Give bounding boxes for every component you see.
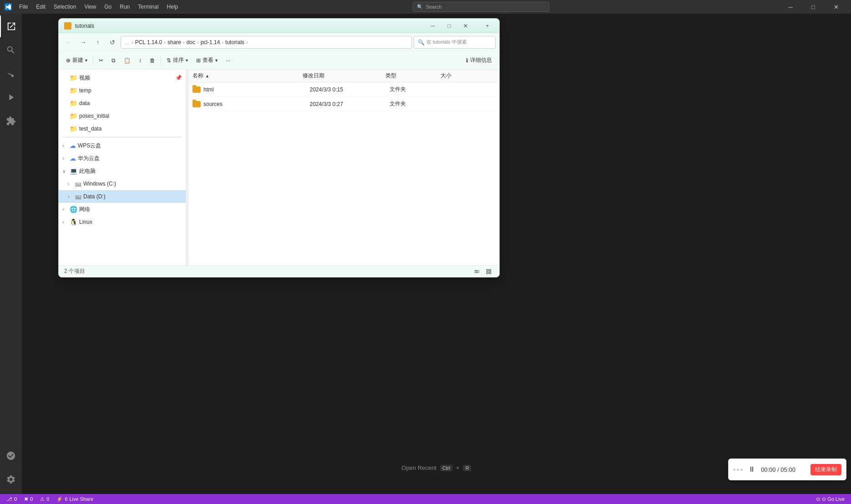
error-count: 0: [30, 496, 33, 502]
col-type-header[interactable]: 类型: [385, 72, 441, 80]
minimize-button[interactable]: ─: [780, 0, 801, 14]
errors-status[interactable]: ✖ 0: [21, 494, 35, 504]
menu-terminal[interactable]: Terminal: [134, 3, 162, 11]
folder-icon-testdata: 📁: [70, 125, 77, 132]
addr-sep-2: ›: [183, 40, 185, 45]
title-search-box[interactable]: 🔍 Search: [413, 2, 549, 12]
live-share-status[interactable]: ⚡ 6 Live Share: [54, 494, 96, 504]
activity-explorer[interactable]: [0, 15, 22, 37]
pause-button[interactable]: ⏸: [746, 464, 757, 475]
nav-item-testdata[interactable]: 📁 test_data: [59, 122, 186, 135]
addr-tutorials[interactable]: tutorials: [225, 39, 244, 45]
delete-button[interactable]: 🗑: [146, 54, 159, 67]
paste-button[interactable]: 📋: [120, 54, 134, 67]
nav-item-huawei[interactable]: › ☁ 华为云盘: [59, 152, 186, 165]
addr-doc[interactable]: doc: [187, 39, 195, 45]
source-control-status[interactable]: ⎇ 0: [4, 494, 20, 504]
warning-count: 0: [46, 496, 49, 502]
back-button[interactable]: ←: [62, 36, 75, 49]
activity-source-control[interactable]: [0, 63, 22, 85]
nav-item-wps[interactable]: › ☁ WPS云盘: [59, 139, 186, 152]
up-button[interactable]: ↑: [91, 36, 104, 49]
forward-button[interactable]: →: [77, 36, 90, 49]
grid-view-button[interactable]: [484, 267, 494, 277]
vscode-logo: [5, 3, 12, 10]
nav-item-linux[interactable]: › 🐧 Linux: [59, 216, 186, 228]
maximize-button[interactable]: □: [803, 0, 824, 14]
activity-search[interactable]: [0, 39, 22, 61]
cloud-icon-huawei: ☁: [70, 155, 76, 162]
nav-item-d-drive[interactable]: › 🖴 Data (D:): [59, 190, 186, 203]
go-live-button[interactable]: ⊙ ⊙ Go Live: [813, 494, 847, 504]
menu-edit[interactable]: Edit: [32, 3, 49, 11]
file-row-html[interactable]: html 2024/3/3 0:15 文件夹: [189, 82, 499, 97]
addr-pcl14[interactable]: pcl-1.14: [201, 39, 220, 45]
search-placeholder: Search: [426, 4, 442, 10]
address-bar[interactable]: … › PCL 1.14.0 › share › doc › pcl-1.14 …: [121, 36, 412, 49]
nav-label-data: data: [79, 100, 182, 106]
activity-extensions[interactable]: [0, 110, 22, 132]
win-minimize-button[interactable]: ─: [426, 20, 439, 32]
addr-pcl[interactable]: PCL 1.14.0: [135, 39, 162, 45]
copy-icon: ⧉: [111, 57, 116, 64]
activity-account[interactable]: [0, 445, 22, 467]
navigation-bar: ← → ↑ ↺ … › PCL 1.14.0 › share › doc › p…: [59, 33, 499, 51]
menu-help[interactable]: Help: [163, 3, 182, 11]
file-type-sources: 文件夹: [390, 100, 443, 108]
addr-share[interactable]: share: [167, 39, 181, 45]
nav-label-wps: WPS云盘: [78, 142, 182, 150]
col-size-header[interactable]: 大小: [441, 72, 496, 80]
menu-run[interactable]: Run: [116, 3, 133, 11]
refresh-button[interactable]: ↺: [106, 36, 119, 49]
new-icon: ⊕: [66, 57, 71, 64]
col-date-header[interactable]: 修改日期: [303, 72, 385, 80]
view-button[interactable]: ⊞ 查看 ▾: [192, 54, 221, 67]
nav-item-temp[interactable]: 📁 temp: [59, 84, 186, 97]
menu-view[interactable]: View: [81, 3, 100, 11]
file-row-sources[interactable]: sources 2024/3/3 0:27 文件夹: [189, 97, 499, 111]
copy-button[interactable]: ⧉: [108, 54, 119, 67]
menu-go[interactable]: Go: [101, 3, 115, 11]
end-recording-button[interactable]: 结束录制: [810, 464, 841, 475]
col-name-header[interactable]: 名称 ▲: [192, 72, 303, 80]
more-button[interactable]: ···: [222, 54, 234, 67]
win-maximize-button[interactable]: □: [443, 20, 456, 32]
nav-item-video[interactable]: 📁 视频 📌: [59, 71, 186, 84]
nav-label-huawei: 华为云盘: [78, 155, 182, 162]
addr-sep-4: ›: [222, 40, 223, 45]
title-search-area: 🔍 Search: [185, 2, 776, 12]
open-recent-key1: Ctrl: [440, 465, 452, 471]
expand-arrow-c: ›: [68, 181, 73, 186]
toolbar-sep-2: [161, 56, 161, 65]
new-tab-button[interactable]: +: [481, 20, 494, 32]
menu-selection[interactable]: Selection: [50, 3, 80, 11]
warnings-status[interactable]: ⚠ 0: [37, 494, 52, 504]
expand-arrow-network: ›: [62, 207, 68, 212]
nav-item-network[interactable]: › 🌐 网络: [59, 203, 186, 216]
nav-item-data[interactable]: 📁 data: [59, 97, 186, 110]
list-view-button[interactable]: [472, 267, 482, 277]
activity-run[interactable]: [0, 86, 22, 108]
details-button[interactable]: ℹ 详细信息: [462, 54, 496, 67]
menu-file[interactable]: File: [15, 3, 31, 11]
nav-item-c-drive[interactable]: › 🖴 Windows (C:): [59, 177, 186, 190]
cut-button[interactable]: ✂: [95, 54, 107, 67]
new-button[interactable]: ⊕ 新建 ▾: [62, 54, 91, 67]
recording-widget: ⏸ 00:00 / 05:00 结束录制: [728, 459, 846, 480]
close-button[interactable]: ✕: [826, 0, 846, 14]
share-button[interactable]: ↕: [135, 54, 145, 67]
delete-icon: 🗑: [150, 57, 155, 64]
folder-search-box[interactable]: 🔍 在 tutorials 中搜索: [414, 36, 496, 49]
details-icon: ℹ: [466, 57, 468, 64]
main-layout: tutorials ─ □ ✕ + ← → ↑ ↺ … ›: [0, 14, 851, 494]
live-share-count: 6: [65, 496, 67, 502]
nav-divider: [62, 137, 182, 137]
win-close-button[interactable]: ✕: [459, 20, 472, 32]
rec-dot-1: [733, 469, 735, 471]
sort-button[interactable]: ⇅ 排序 ▾: [163, 54, 192, 67]
nav-item-poses[interactable]: 📁 poses_initial: [59, 110, 186, 122]
activity-settings[interactable]: [0, 469, 22, 490]
vscode-shell: File Edit Selection View Go Run Terminal…: [0, 0, 851, 504]
nav-item-computer[interactable]: ∨ 💻 此电脑: [59, 165, 186, 177]
cut-icon: ✂: [99, 57, 103, 64]
